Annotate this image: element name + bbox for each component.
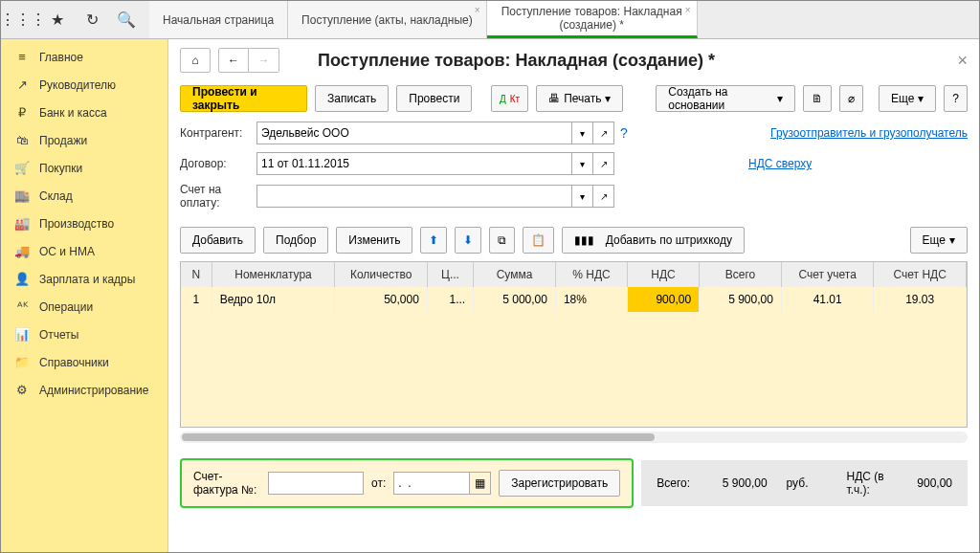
vat-mode-link[interactable]: НДС сверху (748, 157, 812, 170)
dropdown-button[interactable]: ▾ (572, 185, 593, 208)
search-icon[interactable]: 🔍 (118, 11, 135, 29)
more-button[interactable]: Еще▾ (879, 85, 936, 112)
link-icon: 🗎 (812, 92, 823, 105)
star-icon[interactable]: ★ (49, 11, 66, 29)
sidebar-label: Справочники (39, 356, 109, 369)
calendar-button[interactable]: ▦ (470, 472, 491, 495)
paste-button[interactable]: 📋 (523, 227, 554, 254)
move-up-button[interactable]: ⬆ (420, 227, 447, 254)
sidebar-item-operations[interactable]: ᴬᴷОперации (1, 293, 167, 321)
create-on-basis-button[interactable]: Создать на основании▾ (656, 85, 795, 112)
sidebar-item-assets[interactable]: 🚚ОС и НМА (1, 237, 167, 265)
register-button[interactable]: Зарегистрировать (499, 470, 620, 497)
tabs: Начальная страница Поступление (акты, на… (149, 1, 979, 38)
help-button[interactable]: ? (944, 85, 968, 112)
dk-icon: ᴬᴷ (14, 299, 30, 314)
tab-invoice-create[interactable]: Поступление товаров: Накладная (создание… (487, 1, 698, 38)
copy-button[interactable]: ⧉ (489, 227, 515, 254)
chevron-down-icon: ▾ (605, 92, 611, 105)
cell-nom: Ведро 10л (212, 287, 335, 312)
barcode-label: Добавить по штрихкоду (606, 233, 732, 247)
ruble-icon: ₽ (14, 105, 30, 120)
forward-button[interactable]: → (249, 48, 279, 73)
invoice-from-label: от: (371, 476, 386, 490)
topbar: ⋮⋮⋮ ★ ↻ 🔍 Начальная страница Поступление… (1, 1, 979, 39)
tab-label: Поступление (акты, накладные) (301, 13, 473, 27)
post-button[interactable]: Провести (396, 85, 472, 112)
sidebar-item-production[interactable]: 🏭Производство (1, 210, 167, 237)
barcode-icon: ▮▮▮ (574, 233, 594, 247)
dropdown-button[interactable]: ▾ (572, 122, 593, 144)
table-row[interactable]: 1 Ведро 10л 50,000 1... 5 000,00 18% 900… (181, 287, 967, 312)
select-button[interactable]: Подбор (263, 227, 328, 254)
col-vat-acct: Счет НДС (874, 262, 967, 287)
scroll-thumb[interactable] (182, 433, 655, 441)
counterparty-input[interactable] (256, 122, 572, 144)
close-icon[interactable]: × (685, 5, 691, 15)
apps-icon[interactable]: ⋮⋮⋮ (14, 11, 32, 29)
cart-icon: 🛒 (14, 161, 30, 175)
add-by-barcode-button[interactable]: ▮▮▮ Добавить по штрихкоду (562, 227, 745, 254)
help-icon[interactable]: ? (620, 125, 628, 141)
sidebar-item-purchases[interactable]: 🛒Покупки (1, 154, 167, 182)
col-nom: Номенклатура (212, 262, 335, 287)
home-button[interactable]: ⌂ (180, 48, 211, 73)
sidebar-item-admin[interactable]: ⚙Администрирование (1, 376, 167, 404)
account-input[interactable] (256, 185, 572, 208)
sidebar-item-payroll[interactable]: 👤Зарплата и кадры (1, 265, 167, 293)
cell-acct: 41.01 (781, 287, 874, 312)
tab-home[interactable]: Начальная страница (149, 1, 288, 38)
chevron-down-icon: ▾ (949, 233, 955, 247)
attach-button[interactable]: ⌀ (839, 85, 863, 112)
sidebar-item-main[interactable]: ≡Главное (1, 43, 167, 71)
invoice-no-input[interactable] (268, 472, 364, 495)
close-icon[interactable]: × (475, 5, 480, 15)
add-row-button[interactable]: Добавить (180, 227, 256, 254)
sidebar-label: Отчеты (39, 328, 78, 342)
sidebar-item-sales[interactable]: 🛍Продажи (1, 126, 167, 154)
history-icon[interactable]: ↻ (83, 11, 100, 29)
edit-button[interactable]: Изменить (336, 227, 412, 254)
sidebar-item-references[interactable]: 📁Справочники (1, 348, 167, 376)
home-icon: ⌂ (191, 54, 198, 67)
sidebar-item-manager[interactable]: ↗Руководителю (1, 71, 167, 99)
folder-icon: 📁 (14, 355, 30, 369)
sidebar-item-reports[interactable]: 📊Отчеты (1, 321, 167, 348)
h-scrollbar[interactable] (180, 431, 968, 443)
contract-input[interactable] (256, 152, 572, 175)
sidebar-item-warehouse[interactable]: 🏬Склад (1, 182, 167, 210)
open-button[interactable]: ↗ (593, 122, 614, 144)
post-and-close-button[interactable]: Провести и закрыть (180, 85, 307, 112)
total-value: 5 900,00 (723, 476, 768, 490)
page-title: Поступление товаров: Накладная (создание… (318, 51, 715, 71)
move-down-button[interactable]: ⬇ (455, 227, 481, 254)
sidebar-label: Зарплата и кадры (39, 273, 135, 286)
dkt-icon: Д (500, 94, 506, 104)
chart-icon: 📊 (14, 327, 30, 342)
invoice-no-label: Счет-фактура №: (193, 470, 260, 497)
cell-vat-acct: 19.03 (874, 287, 967, 312)
save-button[interactable]: Записать (315, 85, 389, 112)
open-button[interactable]: ↗ (593, 152, 614, 175)
cell-vat[interactable]: 900,00 (628, 287, 700, 312)
invoice-date-input[interactable] (393, 472, 470, 495)
related-docs-button[interactable]: 🗎 (803, 85, 832, 112)
dropdown-button[interactable]: ▾ (572, 152, 593, 175)
sidebar-label: Склад (39, 189, 73, 203)
open-button[interactable]: ↗ (593, 185, 614, 208)
movements-button[interactable]: ДКт (491, 85, 528, 112)
tab-label: Начальная страница (163, 13, 274, 27)
arrow-right-icon: → (258, 54, 270, 67)
back-button[interactable]: ← (218, 48, 249, 73)
content: ⌂ ← → Поступление товаров: Накладная (со… (168, 39, 979, 552)
shipper-link[interactable]: Грузоотправитель и грузополучатель (770, 126, 968, 140)
items-table: N Номенклатура Количество Ц... Сумма % Н… (180, 261, 968, 428)
close-button[interactable]: × (957, 51, 968, 71)
paste-icon: 📋 (531, 233, 546, 247)
sidebar-label: ОС и НМА (39, 245, 95, 258)
table-more-button[interactable]: Еще▾ (910, 227, 968, 254)
print-button[interactable]: 🖶Печать▾ (536, 85, 623, 112)
sidebar-item-bank[interactable]: ₽Банк и касса (1, 99, 167, 126)
print-label: Печать (564, 92, 601, 105)
tab-receipts[interactable]: Поступление (акты, накладные)× (288, 1, 487, 38)
